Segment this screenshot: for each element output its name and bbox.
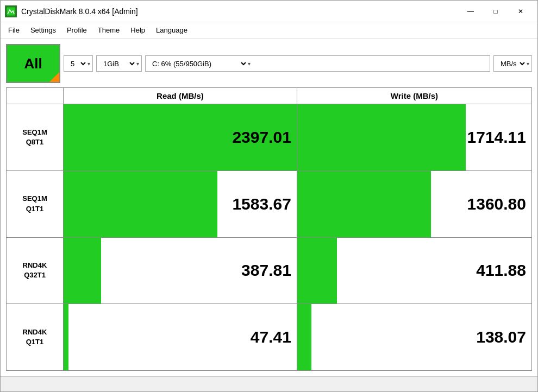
count-select[interactable]: 1 3 5 10 All xyxy=(68,59,87,68)
write-value-cell-0: 1714.11 xyxy=(297,104,531,171)
minimize-button[interactable]: — xyxy=(458,3,483,20)
app-icon xyxy=(5,5,17,17)
read-value-1: 1583.67 xyxy=(64,171,297,237)
read-header: Read (MB/s) xyxy=(64,88,297,104)
status-bar xyxy=(1,376,537,391)
empty-header xyxy=(7,88,64,104)
write-value-2: 411.88 xyxy=(297,238,531,304)
window-controls: — □ ✕ xyxy=(458,3,533,20)
unit-select-wrapper[interactable]: MB/s GB/s IOPS μs ▾ xyxy=(493,55,532,72)
read-value-cell-0: 2397.01 xyxy=(64,104,297,171)
menu-settings[interactable]: Settings xyxy=(25,24,61,36)
menu-profile[interactable]: Profile xyxy=(61,24,92,36)
drive-chevron-icon: ▾ xyxy=(248,61,251,67)
unit-select[interactable]: MB/s GB/s IOPS μs xyxy=(498,59,527,68)
restore-button[interactable]: □ xyxy=(483,3,508,20)
read-value-cell-2: 387.81 xyxy=(64,237,297,304)
count-select-wrapper[interactable]: 1 3 5 10 All ▾ xyxy=(64,55,93,72)
write-header: Write (MB/s) xyxy=(297,88,531,104)
drive-select[interactable]: C: 6% (55/950GiB) xyxy=(150,59,248,68)
results-table: Read (MB/s) Write (MB/s) SEQ1MQ8T1 2397.… xyxy=(6,87,532,371)
size-chevron-icon: ▾ xyxy=(136,61,139,67)
size-select[interactable]: 512MiB 1GiB 2GiB 4GiB 8GiB 16GiB 32GiB 6… xyxy=(101,59,136,68)
write-value-3: 138.07 xyxy=(297,304,531,370)
toolbar: All 1 3 5 10 All ▾ 512MiB 1GiB 2GiB 4GiB xyxy=(6,44,532,83)
size-select-wrapper[interactable]: 512MiB 1GiB 2GiB 4GiB 8GiB 16GiB 32GiB 6… xyxy=(96,55,142,72)
title-bar: CrystalDiskMark 8.0.4 x64 [Admin] — □ ✕ xyxy=(1,1,537,22)
menu-file[interactable]: File xyxy=(3,24,25,36)
main-content: All 1 3 5 10 All ▾ 512MiB 1GiB 2GiB 4GiB xyxy=(1,39,537,376)
all-button[interactable]: All xyxy=(6,44,60,83)
read-value-0: 2397.01 xyxy=(64,104,297,170)
close-button[interactable]: ✕ xyxy=(508,3,533,20)
test-label-1: SEQ1MQ1T1 xyxy=(7,170,64,237)
write-value-1: 1360.80 xyxy=(297,171,531,237)
table-row: RND4KQ32T1 387.81 411.88 xyxy=(7,237,532,304)
main-window: CrystalDiskMark 8.0.4 x64 [Admin] — □ ✕ … xyxy=(0,0,538,392)
count-chevron-icon: ▾ xyxy=(87,61,90,67)
read-value-cell-1: 1583.67 xyxy=(64,170,297,237)
write-value-cell-3: 138.07 xyxy=(297,304,531,371)
read-value-3: 47.41 xyxy=(64,304,297,370)
table-row: SEQ1MQ8T1 2397.01 1714.11 xyxy=(7,104,532,171)
test-label-0: SEQ1MQ8T1 xyxy=(7,104,64,171)
read-value-cell-3: 47.41 xyxy=(64,304,297,371)
results-body: SEQ1MQ8T1 2397.01 1714.11 SEQ1MQ1T1 1583… xyxy=(7,104,532,371)
write-value-0: 1714.11 xyxy=(297,104,531,170)
read-value-2: 387.81 xyxy=(64,238,297,304)
test-label-3: RND4KQ1T1 xyxy=(7,304,64,371)
write-value-cell-2: 411.88 xyxy=(297,237,531,304)
test-label-2: RND4KQ32T1 xyxy=(7,237,64,304)
unit-chevron-icon: ▾ xyxy=(527,61,529,67)
menu-language[interactable]: Language xyxy=(151,24,193,36)
table-row: SEQ1MQ1T1 1583.67 1360.80 xyxy=(7,170,532,237)
table-row: RND4KQ1T1 47.41 138.07 xyxy=(7,304,532,371)
menu-theme[interactable]: Theme xyxy=(92,24,125,36)
menu-help[interactable]: Help xyxy=(125,24,151,36)
header-row: Read (MB/s) Write (MB/s) xyxy=(7,88,532,104)
window-title: CrystalDiskMark 8.0.4 x64 [Admin] xyxy=(21,7,458,16)
drive-select-wrapper[interactable]: C: 6% (55/950GiB) ▾ xyxy=(145,55,490,72)
menu-bar: File Settings Profile Theme Help Languag… xyxy=(1,22,537,39)
write-value-cell-1: 1360.80 xyxy=(297,170,531,237)
